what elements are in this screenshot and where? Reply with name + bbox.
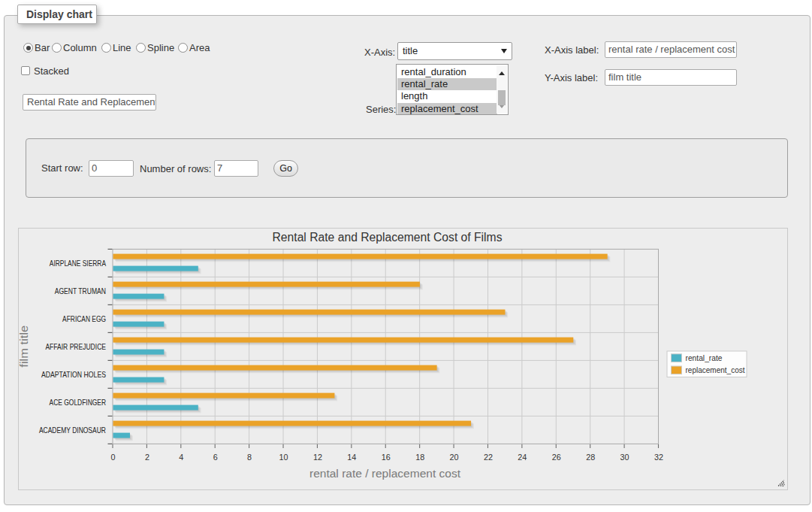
- svg-text:24: 24: [518, 453, 527, 462]
- svg-text:AIRPLANE SIERRA: AIRPLANE SIERRA: [50, 259, 106, 268]
- svg-text:8: 8: [247, 453, 252, 462]
- svg-text:32: 32: [654, 453, 663, 462]
- svg-text:replacement_cost: replacement_cost: [686, 365, 746, 374]
- svg-text:6: 6: [213, 453, 218, 462]
- svg-text:AFFAIR PREJUDICE: AFFAIR PREJUDICE: [45, 343, 106, 351]
- svg-text:Rental Rate and Replacement Co: Rental Rate and Replacement Cost of Film…: [273, 231, 503, 244]
- svg-text:4: 4: [179, 453, 183, 462]
- svg-text:16: 16: [382, 453, 391, 462]
- svg-text:28: 28: [586, 453, 595, 462]
- svg-text:10: 10: [279, 453, 288, 462]
- svg-text:12: 12: [313, 453, 322, 462]
- svg-text:26: 26: [552, 453, 561, 462]
- svg-text:30: 30: [620, 453, 629, 462]
- svg-text:ACADEMY DINOSAUR: ACADEMY DINOSAUR: [39, 426, 106, 435]
- svg-text:20: 20: [450, 453, 459, 462]
- svg-text:0: 0: [110, 453, 115, 462]
- svg-text:22: 22: [484, 453, 493, 462]
- svg-text:18: 18: [415, 453, 424, 462]
- svg-text:AGENT TRUMAN: AGENT TRUMAN: [55, 287, 106, 295]
- svg-text:14: 14: [347, 453, 356, 462]
- svg-text:ADAPTATION HOLES: ADAPTATION HOLES: [41, 371, 106, 379]
- svg-text:ACE GOLDFINGER: ACE GOLDFINGER: [50, 398, 107, 407]
- svg-text:rental_rate: rental_rate: [686, 353, 723, 362]
- svg-text:film title: film title: [18, 326, 30, 368]
- svg-text:2: 2: [145, 453, 149, 462]
- svg-text:AFRICAN EGG: AFRICAN EGG: [62, 315, 106, 323]
- svg-text:rental rate / replacement cost: rental rate / replacement cost: [309, 467, 461, 480]
